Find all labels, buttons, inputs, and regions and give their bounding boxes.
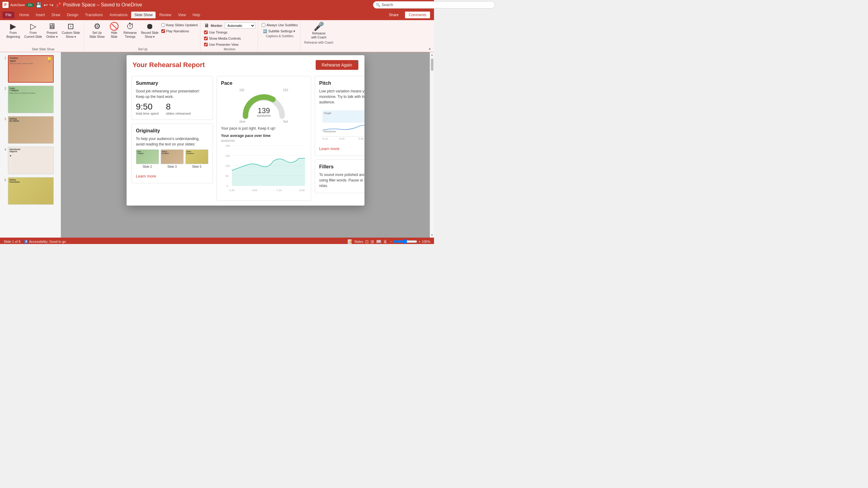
- svg-text:4:50: 4:50: [252, 189, 257, 192]
- zoom-bar: − + 100%: [390, 239, 430, 244]
- modal-title: Your Rehearsal Report: [133, 61, 205, 69]
- autosave-state[interactable]: On: [26, 3, 34, 7]
- slide-img-1[interactable]: Positive Space Open your space, open you…: [8, 55, 54, 83]
- pitch-learn-more[interactable]: Learn more: [319, 146, 339, 151]
- present-online-button[interactable]: 🖥 PresentOnline ▾: [45, 21, 59, 40]
- normal-view-icon[interactable]: ⊡: [365, 239, 369, 244]
- ribbon-group-captions: Always Use Subtitles 🔤 Subtitle Settings…: [259, 21, 301, 52]
- zoom-slider[interactable]: [393, 239, 417, 244]
- monitor-select[interactable]: Automatic: [225, 23, 255, 29]
- slide-thumb-3[interactable]: 3 Setting the Mood: [1, 116, 60, 144]
- stats-row: 9:50 total time spent 8 slides rehearsed: [136, 102, 208, 115]
- slide-img-4[interactable]: Intentional Objects +: [8, 147, 54, 174]
- slide-num-5: 5: [2, 178, 6, 182]
- search-bar[interactable]: 🔍 Search: [373, 1, 434, 8]
- subtitle-settings-button[interactable]: 🔤 Subtitle Settings ▾: [262, 29, 297, 34]
- use-timings-input[interactable]: [204, 30, 208, 34]
- scroll-down-arrow[interactable]: ▼: [430, 233, 434, 238]
- monitors-group-label: Monitors: [224, 48, 236, 52]
- slide-img-5[interactable]: Define Functions: [8, 177, 54, 205]
- slide-thumb-1[interactable]: 1 Positive Space Open your space, open y…: [1, 55, 60, 83]
- show-media-input[interactable]: [204, 37, 208, 40]
- save-icon[interactable]: 💾: [36, 2, 42, 8]
- rehearse-timings-button[interactable]: ⏱ RehearseTimings: [122, 21, 138, 40]
- tab-animations[interactable]: Animations: [106, 11, 130, 18]
- main-area: 1 Positive Space Open your space, open y…: [0, 52, 434, 238]
- tab-slideshow[interactable]: Slide Show: [131, 11, 156, 18]
- summary-text: Good job rehearsing your presentation! K…: [136, 88, 208, 99]
- tab-view[interactable]: View: [175, 11, 189, 18]
- start-slideshow-group-label: Start Slide Show: [32, 48, 55, 52]
- record-slideshow-button[interactable]: ⏺ Record SlideShow ▾: [140, 21, 160, 40]
- coach-group-label: Rehearse with Coach: [304, 41, 333, 45]
- keep-slides-input[interactable]: [161, 23, 165, 27]
- setup-checkboxes: Keep Slides Updated Play Narrations: [161, 21, 198, 34]
- slide-info: Slide 1 of 8: [4, 240, 21, 243]
- autosave-toggle[interactable]: AutoSave On: [10, 3, 34, 7]
- presenter-view-checkbox[interactable]: Use Presenter View: [204, 43, 239, 47]
- presenter-view-icon[interactable]: 🖥: [383, 239, 388, 244]
- modal-header: Your Rehearsal Report Rehearse Again ✕: [127, 55, 365, 72]
- zoom-in-icon[interactable]: +: [418, 240, 420, 243]
- presenter-view-input[interactable]: [204, 43, 208, 47]
- custom-show-button[interactable]: ⊡ Custom SlideShow ▾: [60, 21, 82, 40]
- tab-review[interactable]: Review: [156, 11, 174, 18]
- reading-view-icon[interactable]: 📖: [376, 239, 381, 244]
- slide-sorter-icon[interactable]: ⊞: [371, 239, 374, 244]
- show-media-checkbox[interactable]: Show Media Controls: [204, 37, 241, 40]
- pitch-chart-container: Target Monotone 0:10 0:20 0:30: [319, 108, 365, 142]
- close-modal-button[interactable]: ✕: [353, 59, 361, 66]
- slow-label: slow: [240, 120, 246, 123]
- zoom-level: 100%: [422, 240, 430, 243]
- status-right: 📝 Notes ⊡ ⊞ 📖 🖥 − + 100%: [347, 239, 430, 244]
- notes-label[interactable]: Notes: [354, 240, 363, 243]
- search-icon: 🔍: [376, 3, 380, 7]
- slide-thumb-4[interactable]: 4 Intentional Objects +: [1, 146, 60, 175]
- from-current-button[interactable]: ▷ FromCurrent Slide: [23, 21, 43, 40]
- record-label: Record SlideShow ▾: [141, 31, 158, 39]
- tab-home[interactable]: Home: [16, 11, 32, 18]
- slide-panel[interactable]: 1 Positive Space Open your space, open y…: [0, 52, 61, 238]
- redo-icon[interactable]: ↪: [50, 2, 53, 8]
- modal-right-col: Pitch Low pitch variation means you may …: [315, 76, 365, 201]
- scroll-up-arrow[interactable]: ▲: [430, 52, 434, 57]
- slide-num-1: 1: [2, 56, 6, 60]
- pace-chart-wrapper: 200 150 100 50 0: [221, 143, 307, 196]
- tab-file[interactable]: File: [2, 11, 14, 18]
- notes-icon[interactable]: 📝: [347, 239, 352, 244]
- always-use-subtitles-input[interactable]: [262, 23, 265, 27]
- comments-button[interactable]: Comments: [405, 11, 430, 19]
- tab-transitions[interactable]: Transitions: [82, 11, 106, 18]
- slide-thumb-2[interactable]: 2 Color + Pattern Bright colors are refr…: [1, 85, 60, 114]
- keep-slides-checkbox[interactable]: Keep Slides Updated: [161, 23, 198, 27]
- slide-thumb-5[interactable]: 5 Define Functions: [1, 177, 60, 205]
- rehearse-again-button[interactable]: Rehearse Again: [316, 60, 359, 70]
- slide-img-3[interactable]: Setting the Mood: [8, 116, 54, 144]
- svg-text:Target: Target: [323, 112, 332, 115]
- play-narrations-checkbox[interactable]: Play Narrations: [161, 29, 198, 33]
- play-narrations-input[interactable]: [161, 29, 165, 33]
- status-bar: Slide 1 of 8 ♿ Accessibility: Good to go…: [0, 238, 434, 244]
- from-beginning-button[interactable]: ▶ FromBeginning: [5, 21, 21, 40]
- tab-design[interactable]: Design: [64, 11, 81, 18]
- pin-icon[interactable]: 📌: [55, 2, 61, 8]
- collapse-icon[interactable]: ▲: [428, 47, 432, 51]
- gauge-container: 100 150 139 words: [221, 88, 307, 123]
- use-timings-checkbox[interactable]: Use Timings: [204, 30, 227, 34]
- zoom-out-icon[interactable]: −: [390, 240, 392, 243]
- right-scrollbar[interactable]: ▲ ▼: [430, 52, 434, 238]
- rehearse-with-coach-button[interactable]: 🎤 Rehearsewith Coach: [308, 21, 330, 40]
- slide-img-2[interactable]: Color + Pattern Bright colors are refres…: [8, 86, 54, 113]
- always-use-subtitles-checkbox[interactable]: Always Use Subtitles: [262, 23, 298, 27]
- tab-insert[interactable]: Insert: [33, 11, 48, 18]
- hide-slide-button[interactable]: 🚫 HideSlide: [107, 21, 121, 40]
- doc-title: Positive Space – Saved to OneDrive: [63, 2, 142, 8]
- originality-learn-more[interactable]: Learn more: [136, 174, 156, 178]
- tab-draw[interactable]: Draw: [49, 11, 63, 18]
- scroll-thumb[interactable]: [431, 59, 433, 71]
- undo-icon[interactable]: ↩: [43, 2, 48, 8]
- gauge-100-label: 100: [240, 88, 245, 92]
- setup-slideshow-button[interactable]: ⚙ Set UpSlide Show: [88, 21, 106, 40]
- tab-help[interactable]: Help: [190, 11, 204, 18]
- share-button[interactable]: Share: [385, 11, 402, 19]
